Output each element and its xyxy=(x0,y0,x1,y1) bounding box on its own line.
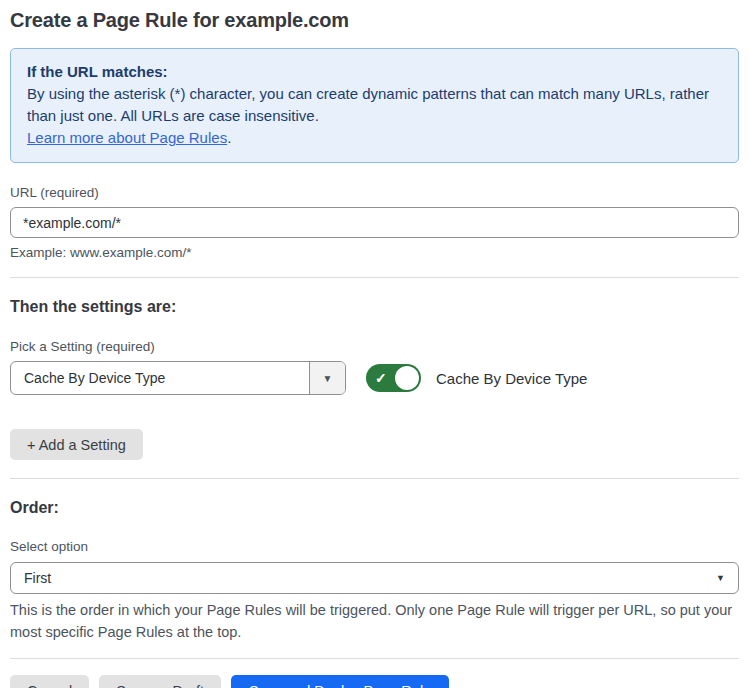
setting-row: Cache By Device Type ▼ ✓ Cache By Device… xyxy=(10,361,739,395)
divider xyxy=(10,277,739,278)
url-match-info-box: If the URL matches: By using the asteris… xyxy=(10,48,739,163)
info-box-heading: If the URL matches: xyxy=(27,61,722,83)
chevron-down-icon[interactable]: ▼ xyxy=(309,362,345,394)
setting-toggle-label: Cache By Device Type xyxy=(436,370,587,387)
order-helper-text: This is the order in which your Page Rul… xyxy=(10,599,739,643)
info-box-link-line: Learn more about Page Rules. xyxy=(27,127,722,149)
toggle-knob xyxy=(395,366,419,390)
info-box-body: By using the asterisk (*) character, you… xyxy=(27,83,722,127)
url-label: URL (required) xyxy=(10,185,739,200)
check-icon: ✓ xyxy=(375,371,387,385)
order-section-heading: Order: xyxy=(10,499,739,517)
setting-toggle[interactable]: ✓ xyxy=(366,364,421,392)
divider xyxy=(10,658,739,659)
footer-actions: Cancel Save as Draft Save and Deploy Pag… xyxy=(10,675,739,688)
page-rule-form: Create a Page Rule for example.com If th… xyxy=(10,9,739,688)
url-helper-text: Example: www.example.com/* xyxy=(10,245,739,260)
save-draft-button[interactable]: Save as Draft xyxy=(99,675,221,688)
pick-setting-label: Pick a Setting (required) xyxy=(10,339,739,354)
settings-section-heading: Then the settings are: xyxy=(10,298,739,316)
setting-select-value: Cache By Device Type xyxy=(11,362,309,394)
order-select[interactable]: First ▼ xyxy=(10,562,739,594)
link-period: . xyxy=(227,129,231,146)
save-deploy-button[interactable]: Save and Deploy Page Rule xyxy=(231,675,449,688)
url-input[interactable] xyxy=(10,207,739,238)
order-select-value: First xyxy=(24,570,51,586)
cancel-button[interactable]: Cancel xyxy=(10,675,89,688)
learn-more-link[interactable]: Learn more about Page Rules xyxy=(27,129,227,146)
page-title: Create a Page Rule for example.com xyxy=(10,9,739,32)
add-setting-button[interactable]: + Add a Setting xyxy=(10,429,143,460)
divider xyxy=(10,478,739,479)
select-option-label: Select option xyxy=(10,539,739,554)
setting-select[interactable]: Cache By Device Type ▼ xyxy=(10,361,346,395)
caret-down-icon: ▼ xyxy=(716,573,725,583)
